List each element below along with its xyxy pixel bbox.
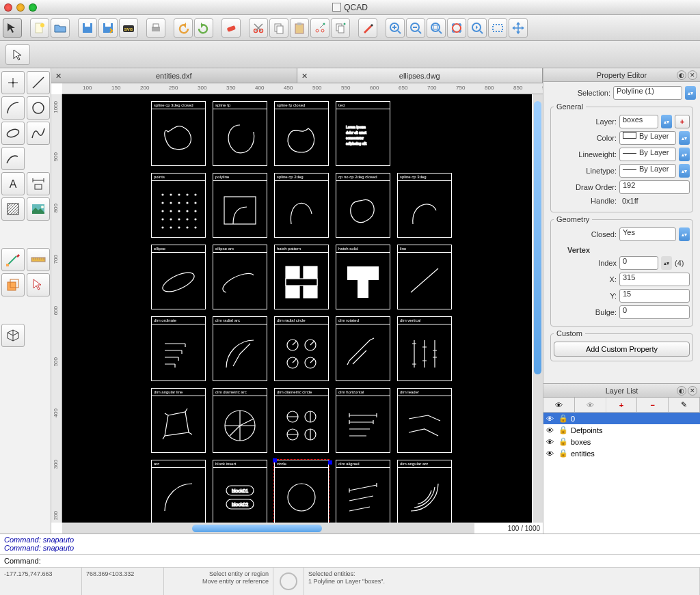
y-field[interactable]: 15: [619, 289, 690, 303]
arc-tool[interactable]: [1, 96, 25, 120]
entity-spline-cp-3deg[interactable]: spline cp 3deg: [397, 173, 452, 238]
draworder-field[interactable]: 192: [619, 180, 690, 194]
index-field[interactable]: 0: [619, 256, 658, 270]
text-tool[interactable]: A: [1, 172, 25, 195]
lock-icon[interactable]: 🔒: [558, 426, 568, 434]
image-tool[interactable]: [27, 197, 50, 221]
entity-ellipse[interactable]: ellipse: [151, 245, 206, 309]
panel-detach-icon[interactable]: ◐: [677, 70, 686, 80]
index-stepper[interactable]: ▴▾: [661, 256, 672, 270]
zoom-out-button[interactable]: [406, 18, 425, 38]
close-icon[interactable]: ✕: [301, 72, 310, 80]
zoom-window-button[interactable]: [488, 18, 507, 38]
entity-hatch-solid[interactable]: hatch solid: [336, 245, 390, 309]
entity-dim-horizontal[interactable]: dim horizontal: [336, 388, 390, 453]
lock-icon[interactable]: 🔒: [558, 449, 568, 458]
undo-button[interactable]: [174, 18, 193, 38]
circle-tool[interactable]: [27, 96, 50, 120]
entity-dim-leader[interactable]: dim leader: [397, 388, 452, 453]
entity-dim-aligned[interactable]: dim aligned: [336, 460, 390, 523]
tab-entities[interactable]: ✕ entities.dxf: [51, 68, 297, 83]
zoom-previous-button[interactable]: [468, 18, 487, 38]
draft-mode-button[interactable]: [358, 18, 377, 38]
reset-tool-button[interactable]: [3, 18, 22, 38]
eye-icon[interactable]: 👁: [546, 415, 556, 423]
entity-dim-ordinate[interactable]: dim ordinate: [151, 316, 206, 381]
ellipse-tool[interactable]: [1, 122, 25, 145]
linetype-dropdown[interactable]: By Layer: [619, 164, 676, 178]
print-button[interactable]: [146, 18, 165, 38]
eye-icon[interactable]: 👁: [546, 449, 556, 458]
entity-spline-cp-3deg-closed[interactable]: spline cp 3deg closed: [151, 101, 206, 166]
add-custom-property-button[interactable]: Add Custom Property: [554, 342, 690, 357]
entity-cp-no-cp-2deg-closed[interactable]: cp no cp 2deg closed: [336, 173, 390, 238]
hide-all-layers-button[interactable]: 👁: [575, 398, 606, 412]
isometric-tool[interactable]: [1, 324, 25, 347]
canvas[interactable]: spline cp 3deg closedspline fpspline fp …: [62, 94, 532, 523]
redo-button[interactable]: [194, 18, 213, 38]
pan-button[interactable]: [509, 18, 528, 38]
vertical-scrollbar[interactable]: [533, 94, 543, 523]
layer-dropdown[interactable]: boxes: [619, 115, 658, 128]
entity-dim-radial-circle[interactable]: dim radial circle: [274, 316, 329, 381]
polyline-tool[interactable]: [1, 147, 25, 170]
copy-button[interactable]: [269, 18, 288, 38]
modify-tool[interactable]: [1, 248, 25, 271]
measure-tool[interactable]: [27, 248, 50, 271]
command-input[interactable]: Command:: [0, 555, 700, 568]
entity-circle[interactable]: circle: [274, 460, 329, 523]
layer-row[interactable]: 👁🔒entities: [543, 447, 700, 459]
entity-dim-diametric-circle[interactable]: dim diametric circle: [274, 388, 329, 453]
lock-icon[interactable]: 🔒: [558, 414, 568, 423]
erase-button[interactable]: [221, 18, 241, 38]
layer-row[interactable]: 👁🔒0: [543, 413, 700, 424]
close-icon[interactable]: ✕: [55, 72, 64, 80]
entity-dim-rotated[interactable]: dim rotated: [336, 316, 390, 381]
line-tool[interactable]: [27, 71, 50, 94]
hatch-tool[interactable]: [1, 197, 25, 221]
add-layer-button[interactable]: +: [606, 398, 638, 412]
layer-row[interactable]: 👁🔒Defpoints: [543, 424, 700, 436]
entity-spline-cp-2deg[interactable]: spline cp 2deg: [274, 173, 329, 238]
save-as-button[interactable]: [98, 18, 118, 38]
entity-dim-vertical[interactable]: dim vertical: [397, 316, 452, 381]
panel-close-icon[interactable]: ✕: [688, 386, 697, 396]
open-file-button[interactable]: [51, 18, 70, 38]
cut-button[interactable]: [249, 18, 268, 38]
entity-dim-angular-arc[interactable]: dim angular arc: [397, 460, 452, 523]
x-field[interactable]: 315: [619, 273, 690, 286]
color-dropdown[interactable]: By Layer: [619, 131, 676, 145]
lineweight-dropdown[interactable]: By Layer: [619, 148, 676, 161]
save-button[interactable]: [78, 18, 97, 38]
export-svg-button[interactable]: SVG: [119, 18, 138, 38]
selection-dropdown[interactable]: Polyline (1): [613, 86, 682, 100]
horizontal-scrollbar[interactable]: [62, 523, 474, 534]
entity-dim-diametric-arc[interactable]: dim diametric arc: [213, 388, 267, 453]
lock-icon[interactable]: 🔒: [558, 437, 568, 446]
tab-ellipses[interactable]: ✕ ellipses.dwg: [297, 68, 543, 83]
entity-text[interactable]: textLorem ipsumdolor sit ametconsectetur…: [336, 101, 390, 166]
entity-spline-fp[interactable]: spline fp: [213, 101, 267, 166]
entity-arc[interactable]: arc: [151, 460, 206, 523]
eye-icon[interactable]: 👁: [546, 426, 556, 434]
panel-close-icon[interactable]: ✕: [688, 70, 697, 80]
paste-button[interactable]: [290, 18, 309, 38]
remove-layer-button[interactable]: −: [637, 398, 669, 412]
closed-dropdown[interactable]: Yes: [619, 227, 676, 241]
zoom-auto-button[interactable]: [427, 18, 446, 38]
layer-row[interactable]: 👁🔒boxes: [543, 436, 700, 447]
entity-dim-radial-arc[interactable]: dim radial arc: [213, 316, 267, 381]
zoom-selection-button[interactable]: [447, 18, 466, 38]
entity-hatch-pattern[interactable]: hatch pattern: [274, 245, 329, 309]
point-tool[interactable]: [1, 71, 25, 94]
select-tool[interactable]: [27, 273, 50, 296]
entity-polyline[interactable]: polyline: [213, 173, 267, 238]
dimension-tool[interactable]: [27, 172, 50, 195]
entity-points[interactable]: points: [151, 173, 206, 238]
entity-spline-fp-closed[interactable]: spline fp closed: [274, 101, 329, 166]
cursor-tool-button[interactable]: [5, 44, 30, 65]
entity-ellipse-arc[interactable]: ellipse arc: [213, 245, 267, 309]
show-all-layers-button[interactable]: 👁: [543, 398, 575, 412]
dropdown-arrows-icon[interactable]: ▴▾: [685, 86, 696, 100]
block-tool[interactable]: [1, 273, 25, 296]
